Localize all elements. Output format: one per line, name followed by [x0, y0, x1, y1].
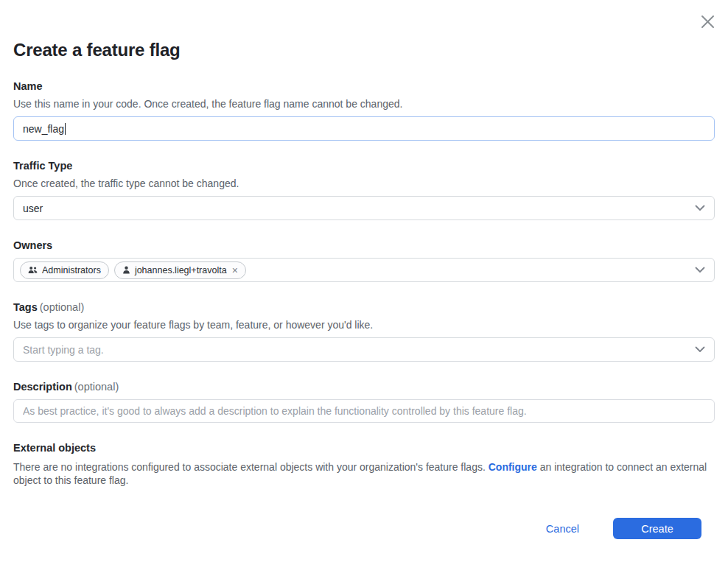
chevron-down-icon — [695, 346, 705, 353]
owners-label: Owners — [13, 239, 715, 251]
create-button[interactable]: Create — [613, 518, 701, 539]
owner-chip-user[interactable]: johannes.liegl+travolta × — [114, 261, 246, 279]
owner-chip-administrators[interactable]: Administrators — [20, 261, 109, 279]
external-objects-text: There are no integrations configured to … — [13, 460, 715, 487]
name-label: Name — [13, 80, 715, 92]
text-cursor — [65, 123, 66, 135]
chevron-down-icon — [695, 205, 705, 211]
owners-select[interactable]: Administrators johannes.liegl+travolta × — [13, 258, 715, 282]
modal-title: Create a feature flag — [13, 40, 715, 60]
close-x-glyph — [700, 14, 715, 29]
modal-footer: Cancel Create — [13, 518, 715, 539]
tags-label: Tags(optional) — [13, 301, 715, 313]
tags-help-text: Use tags to organize your feature flags … — [13, 319, 715, 331]
cancel-button[interactable]: Cancel — [546, 523, 579, 535]
name-input-value: new_flag — [23, 123, 64, 135]
create-feature-flag-modal: Create a feature flag Name Use this name… — [0, 0, 728, 539]
name-input[interactable]: new_flag — [13, 116, 715, 141]
remove-owner-icon[interactable]: × — [232, 265, 238, 275]
tags-label-text: Tags — [13, 301, 38, 313]
close-icon[interactable] — [698, 12, 717, 31]
name-help-text: Use this name in your code. Once created… — [13, 98, 715, 110]
tags-input[interactable] — [23, 344, 695, 356]
description-section: Description(optional) — [13, 381, 715, 423]
owner-chip-label: johannes.liegl+travolta — [135, 265, 227, 275]
traffic-type-section: Traffic Type Once created, the traffic t… — [13, 160, 715, 220]
tags-section: Tags(optional) Use tags to organize your… — [13, 301, 715, 362]
external-objects-text-before: There are no integrations configured to … — [13, 461, 489, 473]
traffic-type-help-text: Once created, the traffic type cannot be… — [13, 178, 715, 189]
name-section: Name Use this name in your code. Once cr… — [13, 80, 715, 141]
external-objects-section: External objects There are no integratio… — [13, 442, 715, 487]
owners-chip-list: Administrators johannes.liegl+travolta × — [20, 261, 246, 279]
owner-chip-label: Administrators — [42, 265, 101, 275]
user-icon — [122, 266, 130, 274]
traffic-type-value: user — [23, 203, 43, 214]
description-input[interactable] — [13, 399, 715, 423]
external-objects-label: External objects — [13, 442, 715, 454]
description-label-text: Description — [13, 381, 72, 393]
traffic-type-select[interactable]: user — [13, 196, 715, 220]
description-label: Description(optional) — [13, 381, 715, 393]
tags-input-wrap — [13, 337, 715, 362]
owners-section: Owners Administrators — [13, 239, 715, 282]
tags-optional-text: (optional) — [40, 301, 84, 313]
group-icon — [28, 266, 38, 274]
configure-link[interactable]: Configure — [489, 461, 537, 473]
traffic-type-label: Traffic Type — [13, 160, 715, 172]
chevron-down-icon — [695, 267, 705, 273]
description-optional-text: (optional) — [74, 381, 119, 393]
